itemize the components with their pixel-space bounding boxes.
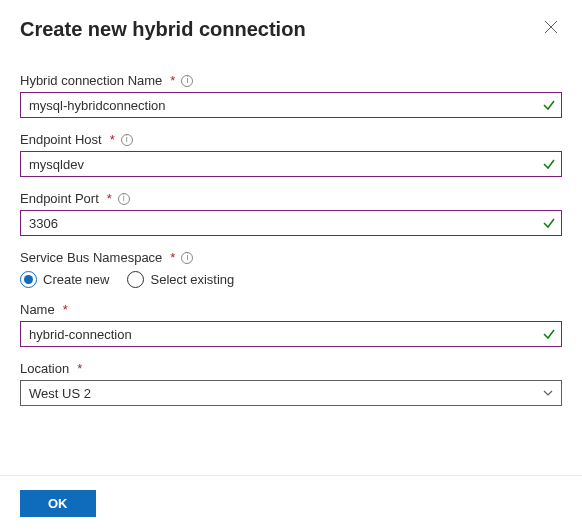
radio-create-new[interactable]: Create new [20, 271, 109, 288]
required-marker: * [110, 132, 115, 147]
check-icon [542, 157, 556, 171]
info-icon[interactable]: i [118, 193, 130, 205]
sbn-label: Service Bus Namespace [20, 250, 162, 265]
port-label: Endpoint Port [20, 191, 99, 206]
check-icon [542, 98, 556, 112]
radio-select-existing-label: Select existing [150, 272, 234, 287]
location-value: West US 2 [29, 386, 91, 401]
close-icon[interactable] [540, 18, 562, 36]
ok-button[interactable]: OK [20, 490, 96, 517]
info-icon[interactable]: i [181, 75, 193, 87]
location-label: Location [20, 361, 69, 376]
info-icon[interactable]: i [121, 134, 133, 146]
hcn-label: Hybrid connection Name [20, 73, 162, 88]
check-icon [542, 216, 556, 230]
radio-select-existing[interactable]: Select existing [127, 271, 234, 288]
chevron-down-icon [542, 387, 554, 399]
host-input[interactable] [20, 151, 562, 177]
radio-circle [20, 271, 37, 288]
host-label: Endpoint Host [20, 132, 102, 147]
radio-circle [127, 271, 144, 288]
required-marker: * [170, 250, 175, 265]
hcn-input[interactable] [20, 92, 562, 118]
check-icon [542, 327, 556, 341]
info-icon[interactable]: i [181, 252, 193, 264]
port-input[interactable] [20, 210, 562, 236]
required-marker: * [170, 73, 175, 88]
radio-create-new-label: Create new [43, 272, 109, 287]
name-label: Name [20, 302, 55, 317]
required-marker: * [107, 191, 112, 206]
page-title: Create new hybrid connection [20, 18, 306, 41]
required-marker: * [63, 302, 68, 317]
location-select[interactable]: West US 2 [20, 380, 562, 406]
name-input[interactable] [20, 321, 562, 347]
required-marker: * [77, 361, 82, 376]
